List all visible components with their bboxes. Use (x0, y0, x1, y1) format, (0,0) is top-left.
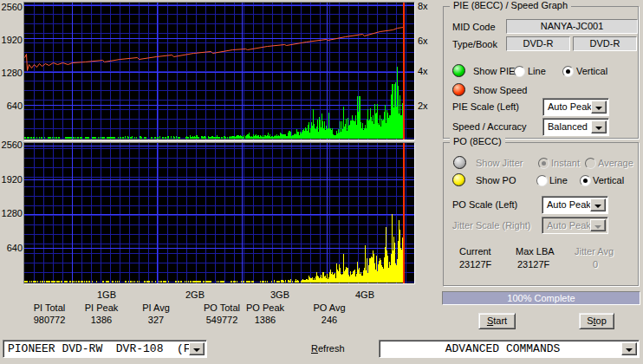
dropdown-arrow-icon (590, 219, 606, 231)
pi-peak-value: 1386 (71, 315, 132, 325)
current-value: 23127F (459, 259, 491, 270)
po-avg-label: PO Avg (299, 302, 360, 313)
show-speed-label: Show Speed (473, 85, 527, 95)
refresh-button[interactable]: Refresh (311, 343, 345, 354)
pie-y-tick: 2560 (0, 2, 23, 13)
advanced-commands-value: ADVANCED COMMANDS (384, 341, 621, 356)
current-label: Current (459, 246, 491, 257)
type-field-2: DVD-R (573, 36, 637, 51)
pi-peak-label: PI Peak (71, 302, 132, 313)
show-po-label: Show PO (476, 175, 516, 185)
jitter-avg-label: Jitter Avg (575, 246, 614, 257)
pie-scale-select[interactable]: Auto Peak (542, 98, 609, 116)
po-scale-label: PO Scale (Left) (452, 199, 517, 210)
type-book-label: Type/Book (452, 39, 497, 49)
x-axis-tick: 1GB (89, 289, 124, 300)
jitter-instant-label: Instant (551, 158, 580, 168)
dropdown-arrow-icon[interactable] (189, 342, 205, 355)
po-line-radio[interactable] (536, 175, 548, 186)
po-vertical-radio[interactable] (580, 175, 591, 186)
progress-text: 100% Complete (443, 293, 640, 303)
type-field-1: DVD-R (506, 36, 570, 51)
show-speed-led-icon[interactable] (452, 83, 465, 96)
pie-speed-graph (23, 2, 415, 140)
jitter-scale-label: Jitter Scale (Right) (452, 220, 530, 231)
x-axis-tick: 3GB (263, 289, 297, 300)
po-line-label: Line (549, 175, 568, 185)
po-scale-value: Auto Peak (547, 199, 591, 210)
speed-axis-tick: 8x (418, 1, 437, 12)
pie-vertical-label: Vertical (576, 66, 607, 76)
scan-progress-bar: 100% Complete (442, 291, 640, 305)
speed-accuracy-value: Balanced (548, 121, 588, 132)
speed-accuracy-label: Speed / Accuracy (452, 121, 527, 132)
start-button[interactable]: Start (478, 313, 516, 329)
stop-button[interactable]: Stop (579, 313, 614, 329)
jitter-scale-select: Auto Peak (542, 217, 608, 234)
show-jitter-led-icon (453, 156, 466, 169)
pie-group-title: PIE (8ECC) / Speed Graph (450, 0, 571, 10)
pie-line-radio[interactable] (514, 66, 525, 77)
dropdown-arrow-icon[interactable] (591, 101, 607, 114)
po-vertical-label: Vertical (593, 175, 624, 185)
drive-select-value: PIONEER DVD-RW DVR-108 (F:) (8, 341, 189, 356)
po-scale-select[interactable]: Auto Peak (542, 196, 608, 214)
show-jitter-label: Show Jitter (476, 158, 523, 168)
disc-quality-scan-window: 2560 1920 1280 640 2560 1920 1280 640 8x… (0, 0, 643, 364)
jitter-average-radio (585, 158, 596, 169)
show-pie-label: Show PIE (473, 66, 515, 76)
po-group-title: PO (8ECC) (450, 136, 505, 146)
po-y-tick: 1280 (0, 208, 23, 219)
pie-y-tick: 1920 (0, 35, 23, 46)
po-avg-value: 246 (299, 315, 360, 325)
jitter-instant-radio (538, 158, 549, 169)
pie-graph-canvas (24, 3, 414, 140)
po-graph (23, 142, 415, 284)
speed-axis-tick: 2x (418, 101, 437, 112)
max-lba-value: 23127F (517, 259, 549, 270)
x-axis-tick: 4GB (347, 289, 382, 300)
mid-code-field: NANYA-JC001 (506, 19, 638, 34)
dropdown-arrow-icon[interactable] (591, 120, 607, 133)
speed-accuracy-select[interactable]: Balanced (542, 118, 609, 136)
pie-vertical-radio[interactable] (562, 66, 574, 77)
po-graph-canvas (24, 143, 414, 283)
jitter-average-label: Average (598, 158, 633, 168)
pi-avg-value: 327 (126, 315, 186, 325)
po-y-tick: 640 (0, 243, 23, 254)
show-pie-led-icon[interactable] (452, 64, 465, 77)
dropdown-arrow-icon[interactable] (621, 342, 637, 355)
pie-scale-value: Auto Peak (548, 101, 592, 112)
jitter-avg-value: 0 (593, 259, 598, 270)
drive-select[interactable]: PIONEER DVD-RW DVR-108 (F:) (3, 340, 207, 358)
pie-y-tick: 1280 (0, 68, 23, 79)
max-lba-label: Max LBA (516, 246, 555, 257)
pi-avg-label: PI Avg (126, 302, 186, 313)
pie-y-tick: 640 (0, 101, 23, 112)
advanced-commands-select[interactable]: ADVANCED COMMANDS (379, 340, 640, 358)
mid-code-label: MID Code (452, 22, 496, 32)
po-y-tick: 1920 (0, 174, 23, 185)
pie-scale-label: PIE Scale (Left) (452, 101, 519, 112)
speed-axis-tick: 6x (418, 36, 437, 47)
show-po-led-icon[interactable] (452, 173, 465, 186)
jitter-scale-value: Auto Peak (547, 220, 591, 231)
po-y-tick: 2560 (0, 140, 23, 151)
po-peak-value: 1386 (235, 315, 296, 325)
po-peak-label: PO Peak (235, 302, 296, 313)
speed-axis-tick: 4x (418, 66, 437, 77)
x-axis-tick: 2GB (178, 289, 212, 300)
dropdown-arrow-icon[interactable] (590, 198, 606, 211)
pie-line-label: Line (528, 66, 546, 76)
